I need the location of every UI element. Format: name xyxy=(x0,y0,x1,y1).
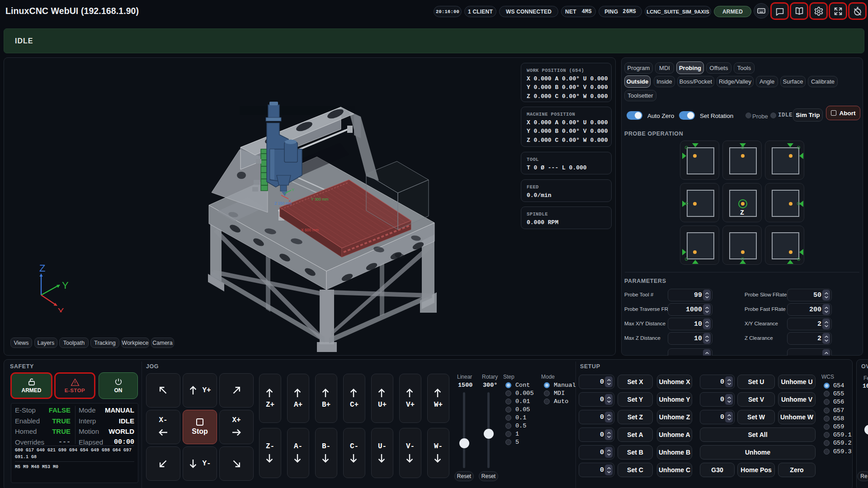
svg-text:X: X xyxy=(288,199,291,203)
svg-text:Y 300 mm: Y 300 mm xyxy=(311,197,329,202)
svg-text:Z: Z xyxy=(39,263,45,274)
svg-text:X: X xyxy=(57,306,64,312)
svg-text:Y: Y xyxy=(62,280,69,291)
svg-text:X 600 mm: X 600 mm xyxy=(301,228,319,232)
svg-text:Y: Y xyxy=(292,188,294,192)
